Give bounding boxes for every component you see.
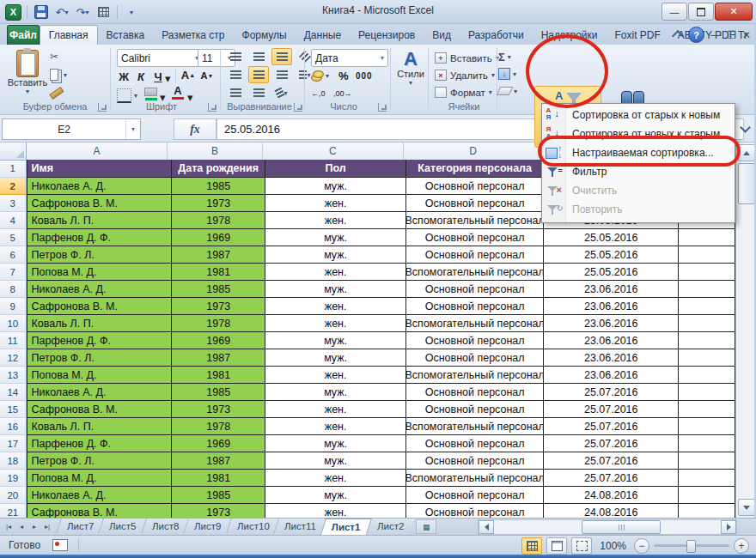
cell[interactable]: 1987 [172,452,265,470]
cell[interactable] [679,264,735,281]
font-name-combo[interactable]: Calibri▾ [117,49,203,67]
menu-item-custom-sort[interactable]: ↑↓Настраиваемая сортировка... [542,143,735,162]
bold-button[interactable]: Ж [117,69,131,84]
last-sheet-button[interactable]: ▸| [41,520,53,533]
row-number[interactable]: 14 [0,384,27,401]
row-number[interactable]: 12 [0,349,27,367]
number-dialog-launcher[interactable] [378,103,387,112]
cell[interactable]: Основной персонал [406,452,545,470]
cell[interactable]: муж. [265,229,406,246]
cell[interactable]: 25.05.2016 [544,264,679,281]
cell[interactable]: муж. [265,435,406,452]
ribbon-tab-6[interactable]: Вид [424,26,460,45]
cell[interactable]: Парфенов Д. Ф. [27,435,173,452]
decrease-decimal-button[interactable]: ,00→ [333,86,352,101]
cell[interactable]: Попова М. Д. [27,264,173,281]
font-dialog-launcher[interactable] [208,103,216,112]
cell[interactable]: Попова М. Д. [27,470,173,487]
cell[interactable] [679,401,735,418]
row-number[interactable]: 20 [0,487,27,504]
doc-restore-icon[interactable]: ❐ [727,29,736,41]
cell[interactable] [679,452,735,470]
cell[interactable]: муж. [265,332,406,349]
cell[interactable]: Коваль Л. П. [27,212,173,229]
font-color-button[interactable]: А [172,84,184,100]
cell[interactable]: Коваль Л. П. [27,418,173,435]
cell[interactable]: Основной персонал [406,281,545,298]
prev-sheet-button[interactable]: ◂ [15,520,27,533]
sheet-tab-7[interactable]: Лист2 [366,519,414,534]
scroll-left-button[interactable] [479,520,494,534]
cell[interactable]: 23.06.2016 [544,367,679,384]
sheet-tab-5[interactable]: Лист11 [273,519,326,534]
cell[interactable]: муж. [265,281,406,298]
cell[interactable]: Пол [265,160,406,178]
scroll-right-button[interactable] [721,520,736,534]
sheet-tab-1[interactable]: Лист5 [98,519,146,534]
tab-file[interactable]: Файл [7,25,40,45]
cell[interactable] [679,229,735,246]
cell[interactable]: 25.05.2016 [544,229,679,246]
ribbon-tab-0[interactable]: Главная [40,25,98,45]
styles-button[interactable]: А Стили ▾ [395,50,426,87]
alignment-dialog-launcher[interactable] [294,103,302,112]
cell[interactable]: 1969 [172,332,265,349]
insert-worksheet-button[interactable]: ▦ [416,519,436,534]
cell[interactable]: Парфенов Д. Ф. [27,332,173,349]
clear-button[interactable]: ▾ [498,84,517,98]
ribbon-tab-1[interactable]: Вставка [98,26,154,45]
cell[interactable]: 25.07.2016 [544,418,679,435]
horizontal-scroll-thumb[interactable] [582,520,661,534]
ribbon-tab-3[interactable]: Формулы [234,26,296,45]
cell[interactable]: 23.06.2016 [544,281,679,298]
cell[interactable]: жен. [265,401,406,418]
shrink-font-button[interactable]: А▼ [199,68,215,83]
cell[interactable]: Парфенов Д. Ф. [27,229,173,246]
cell[interactable]: жен. [265,470,406,487]
increase-decimal-button[interactable]: ←,0 [311,86,326,101]
number-format-combo[interactable]: Дата▾ [311,49,388,67]
align-bottom-button[interactable] [271,48,292,65]
row-number[interactable]: 13 [0,367,27,384]
row-number[interactable]: 11 [0,332,27,349]
cell[interactable]: 25.05.2016 [544,246,679,264]
format-painter-button[interactable] [50,86,67,100]
close-button[interactable]: ✕ [715,3,753,21]
macro-record-icon[interactable] [52,539,68,551]
row-number[interactable]: 5 [0,229,27,246]
cell[interactable]: 24.08.2016 [544,487,679,504]
cell[interactable]: Николаев А. Д. [27,178,173,195]
cell[interactable]: 1978 [172,212,265,229]
doc-minimize-icon[interactable]: — [710,29,721,41]
cell[interactable]: Основной персонал [406,401,545,418]
cell[interactable]: Основной персонал [406,195,545,212]
align-middle-button[interactable] [248,48,269,65]
cell[interactable]: Вспомогательный персонал [406,212,545,229]
row-number[interactable]: 3 [0,195,27,212]
insert-cells-button[interactable]: + Вставить▾ [435,50,499,66]
cell[interactable]: Попова М. Д. [27,367,173,384]
cell[interactable]: муж. [265,246,406,264]
cell[interactable]: Основной персонал [406,246,545,264]
vertical-scrollbar[interactable] [735,143,754,518]
row-number[interactable]: 7 [0,264,27,281]
row-number[interactable]: 17 [0,435,27,452]
cell[interactable]: жен. [265,298,406,315]
grow-font-button[interactable]: А▲ [180,67,196,82]
cell[interactable] [679,332,735,349]
cell[interactable]: Дата рождения [172,160,265,178]
fill-button[interactable]: ↓▾ [498,67,517,81]
cell[interactable]: 25.07.2016 [544,470,679,487]
cell[interactable]: жен. [265,264,406,281]
row-number[interactable]: 15 [0,401,27,418]
cell[interactable]: 1985 [172,487,265,504]
increase-indent-button[interactable] [248,84,269,101]
cell[interactable]: 23.06.2016 [544,332,679,349]
zoom-in-button[interactable]: + [734,538,749,554]
custom-qat-button[interactable] [94,3,112,21]
zoom-out-button[interactable]: − [634,538,649,554]
row-number[interactable]: 1 [0,160,27,178]
scroll-up-button[interactable] [738,144,755,161]
cell[interactable]: Петров Ф. Л. [27,349,173,367]
cell[interactable]: Основной персонал [406,298,545,315]
